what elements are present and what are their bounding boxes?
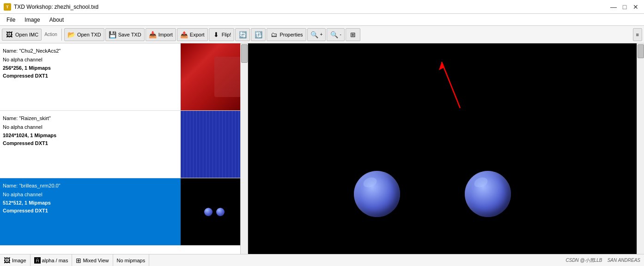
sphere-left — [354, 171, 400, 217]
texture-item[interactable]: Name: "Raizen_skirt" No alpha channel 10… — [0, 111, 248, 178]
zoom-in-button[interactable]: 🔍 + — [307, 28, 326, 41]
main-content: Name: "Chu2_NeckAcs2" No alpha channel 2… — [0, 43, 644, 254]
status-right-area: CSDN @小黑LLB SAN ANDREAS — [562, 257, 644, 264]
zoom-out-button[interactable]: 🔍 - — [327, 28, 344, 41]
separator-1 — [61, 29, 62, 41]
zoom-in-icon: 🔍 — [310, 30, 319, 39]
canvas-area — [248, 43, 644, 254]
extra-button[interactable]: ≡ — [633, 28, 642, 41]
zoom-out-icon: 🔍 — [330, 30, 338, 39]
title-bar-left: T TXD Workshop: zhezhi_school.txd — [4, 3, 98, 11]
mixed-view-icon: ⊞ — [76, 257, 81, 264]
save-txd-button[interactable]: 💾 Save TXD — [105, 28, 145, 41]
texture-item[interactable]: Name: "Chu2_NeckAcs2" No alpha channel 2… — [0, 43, 248, 111]
mini-sphere-2 — [216, 208, 225, 216]
texture-compression: Compressed DXT1 — [3, 207, 178, 215]
imc-icon: 🖼 — [5, 30, 13, 39]
rotate-right-button[interactable]: 🔃 — [251, 28, 266, 41]
app-icon: T — [4, 3, 11, 11]
texture-alpha: No alpha channel — [3, 56, 178, 64]
fit-view-icon: ⊞ — [349, 30, 357, 39]
canvas-scrollbar[interactable] — [637, 43, 644, 254]
status-mipmaps-section: No mipmaps — [113, 254, 150, 266]
sphere-container — [354, 171, 511, 217]
status-san-andreas: SAN ANDREAS — [608, 258, 640, 263]
properties-icon: 🗂 — [270, 30, 278, 39]
annotation-arrow — [432, 57, 469, 113]
texture-thumbnail — [181, 43, 248, 110]
texture-name: Name: "brilleas_nrm20.0" — [3, 182, 178, 190]
texture-info: Name: "brilleas_nrm20.0" No alpha channe… — [0, 178, 181, 245]
texture-alpha: No alpha channel — [3, 191, 178, 199]
image-status-icon: 🖼 — [4, 257, 10, 264]
svg-line-0 — [442, 62, 460, 108]
import-icon: 📥 — [149, 30, 157, 39]
fit-view-button[interactable]: ⊞ — [346, 28, 360, 41]
properties-button[interactable]: 🗂 Properties — [267, 28, 306, 41]
svg-marker-1 — [439, 62, 444, 70]
rotate-right-icon: 🔃 — [254, 30, 262, 39]
status-no-mipmaps: No mipmaps — [117, 258, 146, 263]
action-label: Action — [43, 32, 59, 37]
rotate-left-button[interactable]: 🔄 — [235, 28, 250, 41]
open-imc-label: Open IMC — [15, 32, 38, 37]
menu-about[interactable]: About — [45, 15, 68, 25]
left-panel: Name: "Chu2_NeckAcs2" No alpha channel 2… — [0, 43, 248, 254]
status-watermark: CSDN @小黑LLB — [565, 258, 602, 263]
flip-icon: ⬇ — [212, 30, 220, 39]
window-controls: — □ ✕ — [609, 2, 640, 12]
texture-details: 1024*1024, 1 Mipmaps — [3, 132, 178, 139]
texture-details: 256*256, 1 Mipmaps — [3, 64, 178, 72]
status-alpha-tab[interactable]: 🅰 alpha / mas — [30, 254, 73, 266]
status-mixed-view-label: Mixed View — [83, 258, 109, 263]
rotate-left-icon: 🔄 — [238, 30, 247, 39]
menu-file[interactable]: File — [2, 15, 20, 25]
save-txd-icon: 💾 — [109, 30, 117, 39]
texture-name: Name: "Chu2_NeckAcs2" — [3, 47, 178, 55]
open-imc-area: 🖼 Open IMC — [2, 29, 42, 41]
flip-button[interactable]: ⬇ Flip! — [209, 28, 235, 41]
texture-compression: Compressed DXT1 — [3, 72, 178, 80]
toolbar: 🖼 Open IMC Action 📂 Open TXD 💾 Save TXD … — [0, 26, 644, 43]
export-icon: 📤 — [180, 30, 188, 39]
status-image-section: 🖼 Image — [0, 254, 30, 266]
canvas-scrollbar-thumb[interactable] — [638, 44, 644, 58]
texture-details: 512*512, 1 Mipmaps — [3, 199, 178, 207]
open-txd-button[interactable]: 📂 Open TXD — [64, 28, 104, 41]
status-mixed-view-tab[interactable]: ⊞ Mixed View — [72, 254, 113, 266]
window-title: TXD Workshop: zhezhi_school.txd — [14, 4, 98, 10]
sphere-right — [465, 171, 511, 217]
maximize-button[interactable]: □ — [620, 2, 629, 12]
texture-name: Name: "Raizen_skirt" — [3, 115, 178, 122]
texture-item-selected[interactable]: Name: "brilleas_nrm20.0" No alpha channe… — [0, 178, 248, 246]
texture-info: Name: "Raizen_skirt" No alpha channel 10… — [0, 111, 181, 178]
left-scrollbar-thumb[interactable] — [241, 44, 248, 63]
left-scrollbar[interactable] — [240, 43, 248, 254]
export-button[interactable]: 📤 Export — [177, 28, 208, 41]
texture-info: Name: "Chu2_NeckAcs2" No alpha channel 2… — [0, 43, 181, 110]
mini-sphere-1 — [204, 208, 213, 216]
toolbar-right-spacer: ≡ — [633, 28, 642, 41]
minimize-button[interactable]: — — [609, 2, 618, 12]
menu-image[interactable]: Image — [20, 15, 44, 25]
open-txd-icon: 📂 — [67, 30, 76, 39]
texture-alpha: No alpha channel — [3, 123, 178, 131]
status-alpha-label: alpha / mas — [42, 258, 68, 263]
texture-thumbnail — [181, 178, 248, 245]
texture-list[interactable]: Name: "Chu2_NeckAcs2" No alpha channel 2… — [0, 43, 248, 254]
menu-bar: File Image About — [0, 14, 644, 26]
status-bar: 🖼 Image 🅰 alpha / mas ⊞ Mixed View No mi… — [0, 254, 644, 266]
import-button[interactable]: 📥 Import — [146, 28, 176, 41]
close-button[interactable]: ✕ — [631, 2, 640, 12]
status-image-label: Image — [12, 258, 26, 263]
texture-thumbnail — [181, 111, 248, 178]
alpha-icon: 🅰 — [34, 257, 41, 264]
title-bar: T TXD Workshop: zhezhi_school.txd — □ ✕ — [0, 0, 644, 14]
texture-compression: Compressed DXT1 — [3, 139, 178, 147]
